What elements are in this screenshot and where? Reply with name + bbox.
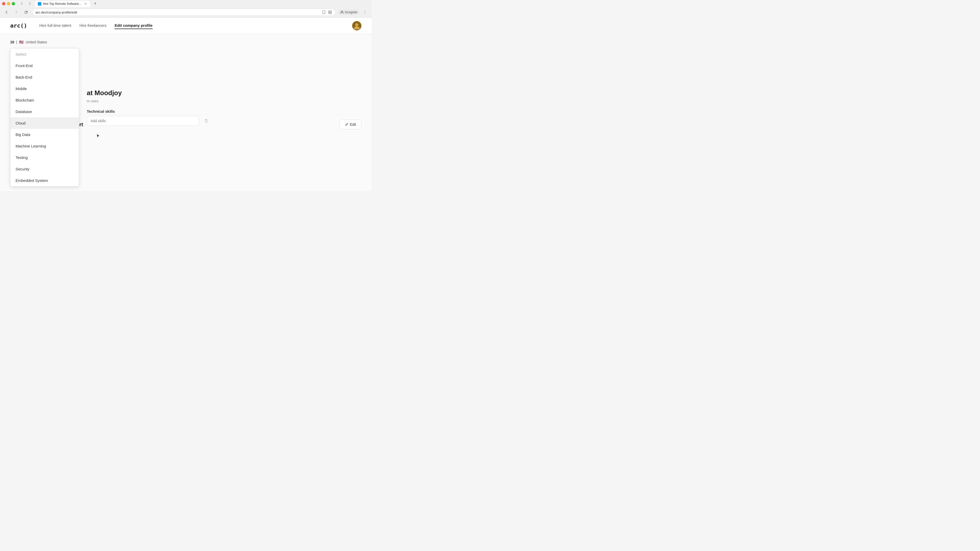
extensions-icon[interactable] [328, 10, 332, 14]
edit-button[interactable]: Edit [339, 120, 361, 129]
dropdown-scroll[interactable]: Select Front-End Back-End Mobile Blockch… [11, 48, 79, 186]
logo[interactable]: arc() [10, 22, 27, 29]
app: arc() Hire full-time talent Hire freelan… [0, 17, 372, 191]
hire-fulltime-nav-link[interactable]: Hire full-time talent [39, 22, 71, 29]
next-spaces-button[interactable] [26, 0, 33, 7]
dropdown-item-ml[interactable]: Machine Learning [11, 140, 79, 152]
bookmark-icon[interactable] [321, 10, 326, 14]
dropdown-item-testing[interactable]: Testing [11, 152, 79, 163]
dropdown-item-database[interactable]: Database [11, 106, 79, 118]
dropdown-item-blockchain[interactable]: Blockchain [11, 94, 79, 106]
new-tab-button[interactable]: + [92, 0, 99, 7]
dropdown-item-mobile[interactable]: Mobile [11, 83, 79, 94]
refresh-button[interactable] [22, 9, 30, 16]
window-controls [2, 2, 15, 5]
section-title-text: at Moodjoy [87, 89, 122, 97]
section-title: at Moodjoy [87, 89, 361, 97]
browser-chrome: Hire Top Remote Software Deve... ✕ + arc… [0, 0, 372, 17]
maximize-button[interactable] [12, 2, 15, 5]
dropdown-item-backend[interactable]: Back-End [11, 71, 79, 83]
minimize-button[interactable] [7, 2, 10, 5]
location-separator: | [16, 40, 18, 44]
dropdown-item-embedded[interactable]: Embedded System [11, 175, 79, 186]
country-flag: 🇺🇸 [19, 40, 24, 44]
dropdown-item-frontend[interactable]: Front-End [11, 60, 79, 71]
tab-close-button[interactable]: ✕ [84, 2, 87, 6]
tab-bar: Hire Top Remote Software Deve... ✕ + [0, 0, 372, 7]
location-count: 10 [10, 40, 14, 44]
technical-skills-label: Technical skills [87, 109, 361, 114]
cursor [96, 133, 101, 140]
url-text: arc.dev/company-profile/edit [35, 11, 320, 14]
address-bar: arc.dev/company-profile/edit [0, 7, 372, 17]
dropdown-item-cloud[interactable]: Cloud [11, 118, 79, 129]
close-button[interactable] [2, 2, 5, 5]
dropdown-item-security[interactable]: Security [11, 163, 79, 175]
avatar[interactable] [352, 21, 361, 30]
tab-title: Hire Top Remote Software Deve... [43, 2, 82, 6]
location-bar: 10 | 🇺🇸 United States [10, 40, 361, 44]
country-name: United States [25, 40, 47, 44]
dropdown-menu[interactable]: Select Front-End Back-End Mobile Blockch… [10, 48, 79, 186]
edit-button-label: Edit [350, 122, 356, 127]
main-content: 10 | 🇺🇸 United States Select Front-End B… [0, 34, 372, 132]
incognito-badge: Incognito [338, 10, 360, 15]
svg-point-6 [355, 23, 358, 26]
app-header: arc() Hire full-time talent Hire freelan… [0, 17, 372, 34]
prev-spaces-button[interactable] [18, 0, 25, 7]
svg-rect-3 [330, 13, 331, 14]
url-bar[interactable]: arc.dev/company-profile/edit [32, 9, 336, 16]
tab-favicon-icon [38, 2, 41, 6]
back-button[interactable] [3, 9, 10, 16]
svg-rect-1 [330, 11, 331, 12]
dropdown-placeholder[interactable]: Select [11, 48, 79, 60]
hire-freelancers-nav-link[interactable]: Hire freelancers [80, 22, 107, 29]
svg-rect-0 [328, 11, 330, 12]
incognito-label: Incognito [345, 11, 357, 14]
menu-button[interactable]: ⋮ [361, 9, 369, 16]
dropdown-item-bigdata[interactable]: Big Data [11, 129, 79, 140]
browser-extras: Incognito ⋮ [338, 9, 369, 16]
section-subtitle: m uses. [87, 99, 361, 103]
main-nav: Hire full-time talent Hire freelancers E… [39, 22, 352, 29]
edit-company-profile-nav-link[interactable]: Edit company profile [115, 22, 152, 29]
active-browser-tab[interactable]: Hire Top Remote Software Deve... ✕ [35, 0, 91, 7]
svg-rect-2 [328, 13, 330, 14]
forward-button[interactable] [13, 9, 20, 16]
